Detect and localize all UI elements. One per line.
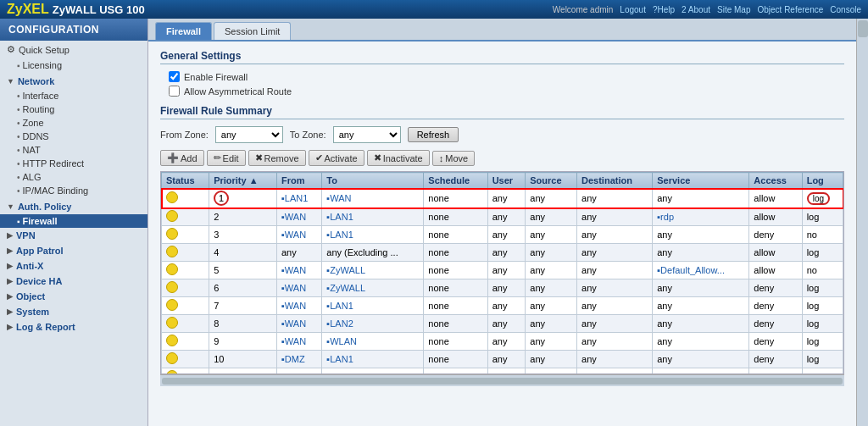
sidebar-item-nat[interactable]: • NAT — [0, 143, 147, 157]
table-row[interactable]: 11▪DMZ▪LAN2noneanyanyanyanydenylog — [162, 368, 843, 375]
refresh-button[interactable]: Refresh — [408, 127, 459, 142]
table-row[interactable]: 2▪WAN▪LAN1noneanyanyany▪rdpallowlog — [162, 208, 843, 226]
sidebar-item-zone[interactable]: • Zone — [0, 116, 147, 130]
to-cell[interactable]: ▪LAN1 — [322, 208, 424, 226]
table-row[interactable]: 9▪WAN▪WLANnoneanyanyanyanydenylog — [162, 333, 843, 351]
horizontal-scrollbar[interactable] — [160, 374, 844, 386]
table-row[interactable]: 6▪WAN▪ZyWALLnoneanyanyanyanydenylog — [162, 279, 843, 297]
enable-firewall-label: Enable Firewall — [184, 72, 248, 82]
status-cell — [162, 368, 209, 375]
from-cell[interactable]: ▪DMZ — [276, 351, 321, 368]
service-cell: any — [653, 226, 749, 244]
schedule-cell: none — [424, 262, 487, 279]
move-button[interactable]: ↕ Move — [432, 151, 475, 166]
sidebar-item-http-redirect[interactable]: • HTTP Redirect — [0, 157, 147, 170]
to-cell[interactable]: ▪LAN2 — [322, 315, 424, 333]
from-cell[interactable]: ▪WAN — [276, 208, 321, 226]
to-cell[interactable]: ▪ZyWALL — [322, 262, 424, 279]
status-icon — [166, 352, 178, 364]
table-row[interactable]: 7▪WAN▪LAN1noneanyanyanyanydenylog — [162, 297, 843, 315]
from-cell[interactable]: ▪WAN — [276, 297, 321, 315]
table-row[interactable]: 10▪DMZ▪LAN1noneanyanyanyanydenylog — [162, 351, 843, 368]
to-cell[interactable]: ▪LAN1 — [322, 351, 424, 368]
inactivate-button[interactable]: ✖ Inactivate — [367, 150, 430, 166]
tab-firewall[interactable]: Firewall — [155, 22, 212, 40]
source-cell: any — [526, 226, 577, 244]
allow-asymmetrical-checkbox[interactable] — [169, 86, 180, 97]
add-button[interactable]: ➕ Add — [160, 150, 204, 166]
sidebar-auth-policy[interactable]: ▼ Auth. Policy — [0, 199, 147, 214]
activate-button[interactable]: ✔ Activate — [309, 150, 364, 166]
sidebar-item-routing[interactable]: • Routing — [0, 102, 147, 116]
to-cell[interactable]: ▪LAN1 — [322, 297, 424, 315]
to-cell[interactable]: ▪WAN — [322, 189, 424, 208]
table-row[interactable]: 8▪WAN▪LAN2noneanyanyanyanydenylog — [162, 315, 843, 333]
sidebar-network-header[interactable]: ▼ Network — [0, 74, 147, 89]
access-cell: deny — [749, 279, 802, 297]
from-cell[interactable]: ▪LAN1 — [276, 189, 321, 208]
from-cell[interactable]: ▪WAN — [276, 333, 321, 351]
objref-link[interactable]: Object Reference — [757, 5, 823, 14]
activate-label: Activate — [325, 153, 358, 163]
to-cell[interactable]: any (Excluding ... — [322, 244, 424, 262]
col-priority[interactable]: Priority ▲ — [209, 173, 277, 189]
sidebar-item-ddns[interactable]: • DDNS — [0, 130, 147, 143]
to-zone-select[interactable]: any — [333, 126, 401, 143]
col-status[interactable]: Status — [162, 173, 209, 189]
toolbar: ➕ Add ✏ Edit ✖ Remove ✔ Activate ✖ Ina — [160, 150, 844, 166]
bullet-icon: • — [17, 159, 20, 169]
table-row[interactable]: 1▪LAN1▪WANnoneanyanyanyanyallowlog — [162, 189, 843, 208]
from-cell[interactable]: any — [276, 244, 321, 262]
edit-button[interactable]: ✏ Edit — [207, 150, 246, 166]
from-cell[interactable]: ▪WAN — [276, 262, 321, 279]
from-zone-select[interactable]: any — [215, 126, 283, 143]
sidebar-object[interactable]: ▶ Object — [0, 289, 147, 304]
console-link[interactable]: Console — [830, 5, 861, 14]
tab-bar: Firewall Session Limit — [148, 19, 856, 41]
sidebar-item-licensing[interactable]: ▪ Licensing — [0, 58, 147, 72]
to-cell[interactable]: ▪LAN1 — [322, 226, 424, 244]
enable-firewall-checkbox[interactable] — [169, 71, 180, 82]
priority-circle: 1 — [214, 191, 229, 206]
access-cell: allow — [749, 208, 802, 226]
help-link[interactable]: ?Help — [653, 5, 675, 14]
bullet-icon: ▪ — [17, 61, 20, 70]
from-cell[interactable]: ▪DMZ — [276, 368, 321, 375]
from-cell[interactable]: ▪WAN — [276, 226, 321, 244]
sidebar-vpn[interactable]: ▶ VPN — [0, 228, 147, 243]
log-cell: no — [802, 226, 843, 244]
to-cell[interactable]: ▪LAN2 — [322, 368, 424, 375]
log-cell: log — [802, 368, 843, 375]
enable-firewall-row: Enable Firewall — [169, 71, 844, 82]
log-cell: no — [802, 262, 843, 279]
logout-link[interactable]: Logout — [620, 5, 646, 14]
sidebar-app-patrol[interactable]: ▶ App Patrol — [0, 243, 147, 258]
sidebar-item-ipmac-binding[interactable]: • IP/MAC Binding — [0, 184, 147, 197]
about-link[interactable]: 2 About — [682, 5, 710, 14]
sidebar-item-alg[interactable]: • ALG — [0, 170, 147, 184]
col-to: To — [322, 173, 424, 189]
sidebar-log-report[interactable]: ▶ Log & Report — [0, 319, 147, 335]
from-cell[interactable]: ▪WAN — [276, 315, 321, 333]
sidebar-label: IP/MAC Binding — [23, 185, 89, 196]
table-row[interactable]: 3▪WAN▪LAN1noneanyanyanyanydenyno — [162, 226, 843, 244]
schedule-cell: none — [424, 368, 487, 375]
logo-area: ZyXEL ZyWALL USG 100 — [7, 2, 145, 17]
access-cell: allow — [749, 189, 802, 208]
from-cell[interactable]: ▪WAN — [276, 279, 321, 297]
sidebar-anti-x[interactable]: ▶ Anti-X — [0, 258, 147, 274]
sidebar-item-interface[interactable]: • Interface — [0, 89, 147, 102]
quick-setup-button[interactable]: ⚙ Quick Setup — [0, 41, 147, 58]
sidebar-system[interactable]: ▶ System — [0, 304, 147, 319]
sitemap-link[interactable]: Site Map — [717, 5, 750, 14]
table-row[interactable]: 4anyany (Excluding ...noneanyanyanyanyal… — [162, 244, 843, 262]
source-cell: any — [526, 315, 577, 333]
vertical-scrollbar[interactable] — [856, 19, 868, 426]
remove-button[interactable]: ✖ Remove — [248, 150, 306, 166]
sidebar-device-ha[interactable]: ▶ Device HA — [0, 274, 147, 289]
to-cell[interactable]: ▪WLAN — [322, 333, 424, 351]
to-cell[interactable]: ▪ZyWALL — [322, 279, 424, 297]
table-row[interactable]: 5▪WAN▪ZyWALLnoneanyanyany▪Default_Allow.… — [162, 262, 843, 279]
sidebar-item-firewall[interactable]: ▪ Firewall — [0, 214, 147, 228]
tab-session-limit[interactable]: Session Limit — [214, 22, 291, 40]
